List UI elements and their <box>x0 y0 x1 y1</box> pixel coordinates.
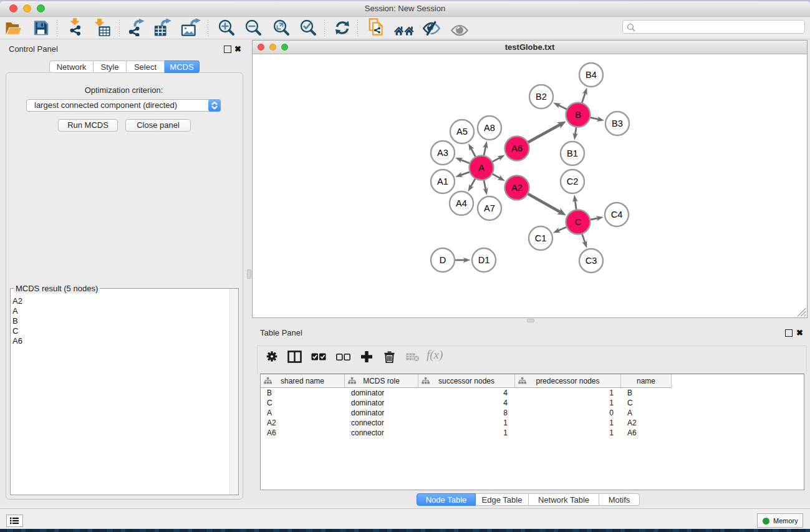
home-icon[interactable] <box>394 22 414 39</box>
search-input[interactable] <box>622 20 805 34</box>
column-header-shared-name[interactable]: shared name <box>261 374 345 388</box>
toolbar-separator <box>208 20 208 36</box>
table-cell: 4 <box>418 398 515 408</box>
column-header-predecessor-nodes[interactable]: predecessor nodes <box>515 374 621 388</box>
export-network-icon[interactable] <box>127 19 146 36</box>
graph-node-label-A1: A1 <box>437 177 448 186</box>
column-header-label: predecessor nodes <box>536 377 599 385</box>
graph-node-label-A4: A4 <box>456 198 467 208</box>
graph-node-label-D1: D1 <box>478 255 490 265</box>
table-cell: 4 <box>418 388 515 398</box>
column-header-name[interactable]: name <box>621 374 672 388</box>
graph-node-label-A: A <box>478 163 485 173</box>
window-titlebar[interactable]: Session: New Session <box>0 1 810 17</box>
task-history-button[interactable] <box>6 515 23 527</box>
zoom-in-icon[interactable] <box>218 19 235 37</box>
table-cell: C <box>261 398 345 408</box>
application-window: Session: New Session <box>0 1 810 529</box>
table-cell: B <box>621 388 672 398</box>
search-icon <box>627 23 635 32</box>
mcds-result-item[interactable]: B <box>12 316 22 326</box>
table-panel-title: Table Panel <box>260 328 302 337</box>
select-all-icon[interactable] <box>311 353 326 360</box>
desktop-background-top <box>0 0 810 1</box>
tab-style[interactable]: Style <box>94 60 127 73</box>
optimization-criterion-select[interactable]: largest connected component (directed) <box>26 99 221 112</box>
graph-node-label-B3: B3 <box>612 118 623 128</box>
optimization-criterion-value: largest connected component (directed) <box>34 100 177 110</box>
delete-row-icon[interactable] <box>383 351 395 363</box>
graph-node-label-C: C <box>575 217 582 227</box>
network-view-window: testGlobe.txt AA6A2BCA5A8A3A1A4A7B2B4B3B… <box>252 40 808 318</box>
mcds-result-item[interactable]: A2 <box>12 296 22 306</box>
tab-network[interactable]: Network <box>49 60 94 73</box>
mcds-result-item[interactable]: C <box>12 326 22 336</box>
close-panel-button[interactable]: Close panel <box>125 119 191 132</box>
import-table-icon[interactable] <box>94 19 111 36</box>
mcds-result-item[interactable]: A <box>12 306 22 316</box>
vertical-split-handle[interactable] <box>247 269 251 279</box>
column-header-successor-nodes[interactable]: successor nodes <box>418 374 515 388</box>
table-cell: B <box>261 388 345 398</box>
zoom-selected-icon[interactable] <box>300 19 317 37</box>
copy-network-icon[interactable] <box>368 18 385 36</box>
table-row[interactable]: A2connector11A2 <box>261 418 804 428</box>
function-builder-icon[interactable]: f(x) <box>427 348 443 362</box>
network-graph-canvas[interactable]: AA6A2BCA5A8A3A1A4A7B2B4B3B1C2C4C1C3DD1 <box>253 54 807 317</box>
column-header-MCDS-role[interactable]: MCDS role <box>345 374 418 388</box>
tab-network-table[interactable]: Network Table <box>529 493 599 506</box>
export-table-icon[interactable] <box>153 19 172 36</box>
table-row[interactable]: Cdominator41C <box>261 398 804 408</box>
mcds-result-legend: MCDS result (5 nodes) <box>14 284 100 293</box>
split-columns-icon[interactable] <box>287 351 302 363</box>
edge-B-B4[interactable] <box>581 92 586 105</box>
resize-grip-icon[interactable] <box>796 307 806 317</box>
refresh-icon[interactable] <box>335 20 350 37</box>
column-header-label: shared name <box>281 377 324 385</box>
mcds-result-item[interactable]: A6 <box>12 336 22 346</box>
column-header-label: MCDS role <box>363 377 400 385</box>
window-title: Session: New Session <box>0 4 810 13</box>
table-cell: A6 <box>261 428 345 438</box>
run-mcds-button[interactable]: Run MCDS <box>58 119 118 132</box>
tab-select[interactable]: Select <box>127 60 165 73</box>
edge-A6-B[interactable] <box>526 123 562 143</box>
export-image-icon[interactable] <box>180 19 201 36</box>
hide-panel-icon[interactable] <box>423 20 440 37</box>
memory-status-dot <box>763 518 769 525</box>
tab-node-table[interactable]: Node Table <box>417 493 476 506</box>
zoom-fit-icon[interactable] <box>273 19 290 37</box>
horizontal-split-handle[interactable] <box>527 319 534 322</box>
select-stepper-icon <box>208 99 221 112</box>
delete-table-icon[interactable] <box>406 353 420 362</box>
open-folder-icon[interactable] <box>5 19 22 37</box>
save-icon[interactable] <box>33 19 49 37</box>
network-window-titlebar[interactable]: testGlobe.txt <box>253 41 807 54</box>
graph-node-label-C1: C1 <box>535 233 547 243</box>
toolbar-separator <box>57 20 57 36</box>
table-cell: C <box>621 398 672 408</box>
table-row[interactable]: A6connector11A6 <box>261 428 804 438</box>
show-panel-icon[interactable] <box>451 22 468 39</box>
tab-motifs[interactable]: Motifs <box>599 493 640 506</box>
deselect-all-icon[interactable] <box>336 354 350 360</box>
table-row[interactable]: Adominator80A <box>261 408 804 418</box>
control-panel-close-icon[interactable]: ✖ <box>234 46 242 53</box>
zoom-out-icon[interactable] <box>245 19 262 37</box>
mcds-result-box <box>10 288 239 495</box>
control-panel-float-icon[interactable] <box>224 46 231 53</box>
tab-edge-table[interactable]: Edge Table <box>476 493 529 506</box>
table-panel-float-icon[interactable] <box>785 329 793 337</box>
tab-mcds[interactable]: MCDS <box>165 60 200 73</box>
add-row-icon[interactable] <box>360 351 373 363</box>
import-network-icon[interactable] <box>67 18 84 36</box>
edge-A2-C[interactable] <box>526 193 562 213</box>
table-panel-close-icon[interactable]: ✖ <box>796 329 803 336</box>
memory-button[interactable]: Memory <box>757 513 803 528</box>
settings-gear-icon[interactable] <box>266 351 277 362</box>
table-row[interactable]: Bdominator41B <box>261 388 804 398</box>
graph-node-label-B: B <box>575 110 581 120</box>
table-cell: 1 <box>515 418 621 428</box>
mcds-result-scrollbar[interactable] <box>229 289 238 495</box>
mcds-result-list: A2ABCA6 <box>12 296 22 346</box>
